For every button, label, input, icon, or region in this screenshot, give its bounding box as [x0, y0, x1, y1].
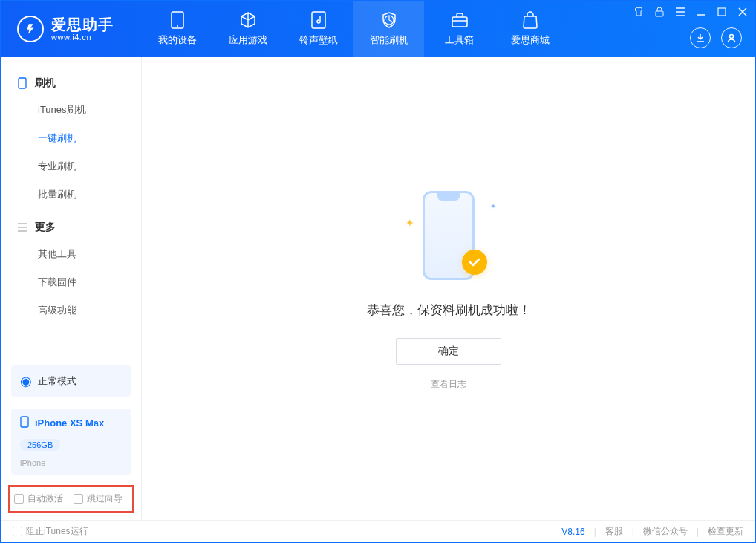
- checkbox-label: 跳过向导: [87, 492, 123, 505]
- kefu-link[interactable]: 客服: [605, 525, 623, 538]
- svg-rect-3: [452, 17, 467, 27]
- header: 爱思助手 www.i4.cn 我的设备 应用游戏 铃声壁纸 智能刷机: [1, 1, 755, 57]
- version-label: V8.16: [561, 527, 584, 537]
- shirt-icon[interactable]: [633, 7, 644, 17]
- nav: 我的设备 应用游戏 铃声壁纸 智能刷机 工具箱 爱思商城: [142, 1, 565, 57]
- nav-apps[interactable]: 应用游戏: [212, 1, 283, 57]
- device-capacity: 256GB: [20, 439, 60, 451]
- separator: |: [697, 527, 699, 537]
- sidebar-item-firmware[interactable]: 下载固件: [1, 268, 141, 296]
- minimize-icon[interactable]: [696, 7, 706, 17]
- checkbox-label: 自动激活: [27, 492, 63, 505]
- checkbox-icon: [13, 527, 22, 536]
- sidebar-group-flash: 刷机 iTunes刷机 一键刷机 专业刷机 批量刷机: [1, 71, 141, 209]
- svg-point-1: [177, 25, 178, 27]
- nav-flash[interactable]: 智能刷机: [353, 1, 424, 57]
- cube-icon: [239, 11, 257, 29]
- svg-rect-5: [718, 8, 726, 16]
- sidebar-group-label: 刷机: [35, 77, 56, 90]
- block-itunes-checkbox[interactable]: 阻止iTunes运行: [13, 525, 88, 538]
- app-window: 爱思助手 www.i4.cn 我的设备 应用游戏 铃声壁纸 智能刷机: [0, 0, 756, 543]
- device-icon: [169, 11, 186, 29]
- mode-label: 正常模式: [38, 374, 76, 388]
- sidebar-group-label: 更多: [35, 221, 56, 234]
- checkbox-icon: [14, 494, 24, 504]
- success-check-icon: [462, 250, 487, 275]
- sidebar-item-pro[interactable]: 专业刷机: [1, 152, 141, 181]
- list-icon: [17, 222, 27, 233]
- sidebar-item-itunes[interactable]: iTunes刷机: [1, 96, 141, 124]
- main-content: ✦ ✦ 恭喜您，保资料刷机成功啦！ 确定 查看日志: [142, 57, 755, 520]
- bag-icon: [521, 11, 539, 29]
- maximize-icon[interactable]: [717, 7, 727, 17]
- checkbox-label: 阻止iTunes运行: [26, 525, 88, 538]
- svg-rect-7: [19, 78, 26, 88]
- ok-button[interactable]: 确定: [396, 338, 501, 365]
- toolbox-icon: [451, 11, 469, 29]
- sidebar-head-flash: 刷机: [1, 71, 141, 96]
- sidebar-item-other[interactable]: 其他工具: [1, 240, 141, 268]
- phone-icon: [17, 78, 27, 88]
- sparkle-icon: ✦: [405, 217, 414, 229]
- separator: |: [594, 527, 596, 537]
- device-type: iPhone: [20, 458, 45, 467]
- success-illustration: ✦ ✦: [404, 187, 493, 284]
- checkbox-icon: [74, 494, 83, 504]
- update-link[interactable]: 检查更新: [708, 525, 743, 538]
- app-name: 爱思助手: [51, 16, 114, 33]
- sidebar: 刷机 iTunes刷机 一键刷机 专业刷机 批量刷机 更多 其他工具 下载固件 …: [1, 57, 142, 520]
- sidebar-group-more: 更多 其他工具 下载固件 高级功能: [1, 215, 141, 325]
- auto-activate-checkbox[interactable]: 自动激活: [14, 492, 63, 505]
- titlebar-controls: [633, 7, 748, 17]
- separator: |: [632, 527, 634, 537]
- sidebar-item-batch[interactable]: 批量刷机: [1, 181, 141, 209]
- body: 刷机 iTunes刷机 一键刷机 专业刷机 批量刷机 更多 其他工具 下载固件 …: [1, 57, 755, 520]
- nav-label: 我的设备: [158, 33, 197, 47]
- user-button[interactable]: [721, 27, 742, 48]
- download-button[interactable]: [690, 27, 711, 48]
- sidebar-item-advanced[interactable]: 高级功能: [1, 296, 141, 325]
- nav-store[interactable]: 爱思商城: [495, 1, 565, 57]
- app-url: www.i4.cn: [51, 33, 114, 42]
- logo-icon: [17, 16, 44, 42]
- svg-rect-4: [656, 11, 663, 16]
- nav-label: 铃声壁纸: [299, 33, 338, 47]
- logo: 爱思助手 www.i4.cn: [1, 16, 142, 42]
- shield-icon: [380, 11, 398, 29]
- sidebar-head-more: 更多: [1, 215, 141, 240]
- nav-tools[interactable]: 工具箱: [424, 1, 495, 57]
- wechat-link[interactable]: 微信公众号: [643, 525, 688, 538]
- svg-point-6: [730, 35, 734, 39]
- sparkle-icon: ✦: [490, 202, 496, 210]
- device-phone-icon: [20, 416, 29, 430]
- nav-label: 爱思商城: [511, 33, 550, 47]
- close-icon[interactable]: [737, 7, 748, 17]
- success-message: 恭喜您，保资料刷机成功啦！: [367, 302, 531, 319]
- nav-label: 工具箱: [445, 33, 474, 47]
- header-right: [690, 27, 742, 48]
- svg-rect-8: [21, 417, 28, 427]
- menu-icon[interactable]: [675, 7, 685, 17]
- sidebar-item-onekey[interactable]: 一键刷机: [1, 124, 141, 152]
- nav-ringtone[interactable]: 铃声壁纸: [283, 1, 353, 57]
- footer: 阻止iTunes运行 V8.16 | 客服 | 微信公众号 | 检查更新: [1, 520, 755, 542]
- mode-icon: ◉: [20, 373, 32, 389]
- checkbox-row: 自动激活 跳过向导: [8, 485, 134, 513]
- music-file-icon: [310, 11, 328, 29]
- nav-device[interactable]: 我的设备: [142, 1, 212, 57]
- nav-label: 应用游戏: [229, 33, 267, 47]
- device-mode[interactable]: ◉ 正常模式: [11, 365, 131, 397]
- device-name: iPhone XS Max: [35, 417, 104, 429]
- view-log-link[interactable]: 查看日志: [431, 378, 466, 391]
- lock-icon[interactable]: [654, 7, 665, 17]
- device-card[interactable]: iPhone XS Max 256GB iPhone: [11, 409, 131, 475]
- nav-label: 智能刷机: [370, 33, 408, 47]
- skip-guide-checkbox[interactable]: 跳过向导: [74, 492, 123, 505]
